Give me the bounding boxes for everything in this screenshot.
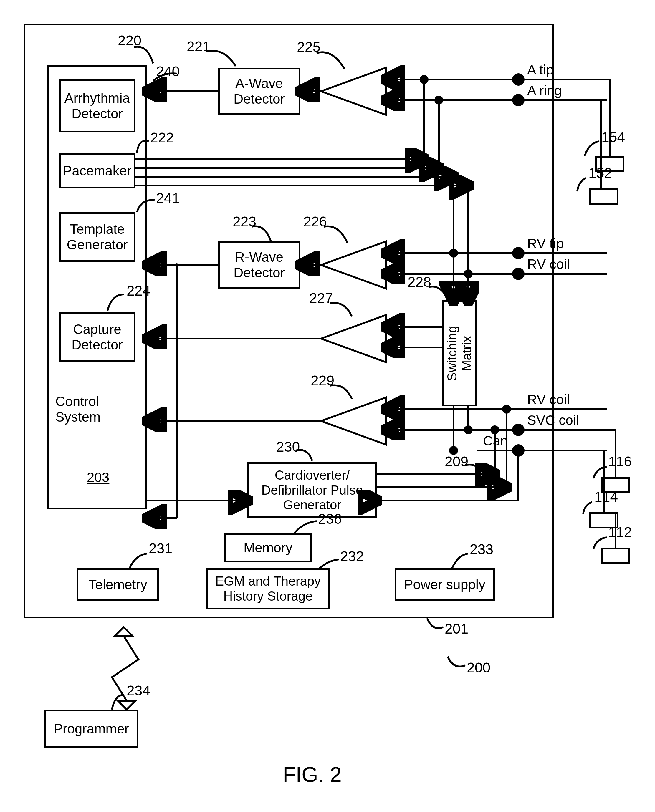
ref-152: 152 [589, 165, 612, 181]
r-wave-detector: R-Wave Detector [218, 241, 300, 289]
programmer-block: Programmer [44, 709, 138, 748]
ref-231: 231 [149, 540, 172, 556]
ref-225: 225 [297, 39, 320, 55]
ref-220: 220 [118, 32, 141, 49]
switching-label: Switching Matrix [445, 325, 474, 381]
ref-234: 234 [127, 683, 150, 698]
terminal-a-ring: A ring [527, 83, 562, 98]
cardio-label: Cardioverter/ Defibrillator Pulse Genera… [260, 466, 365, 514]
ext-block-112 [601, 548, 630, 564]
ref-154: 154 [601, 129, 625, 145]
ref-228: 228 [407, 274, 431, 290]
ref-221: 221 [187, 38, 210, 54]
ref-201: 201 [445, 621, 468, 637]
ref-241: 241 [156, 190, 180, 206]
ref-223: 223 [233, 213, 256, 230]
control-system-ref: 203 [87, 470, 109, 485]
a-wave-detector: A-Wave Detector [218, 68, 300, 115]
ref-200: 200 [467, 660, 490, 676]
programmer-label: Programmer [52, 719, 131, 738]
terminal-rv-coil-bot: RV coil [527, 391, 570, 407]
figure-label: FIG. 2 [283, 763, 341, 787]
ref-209: 209 [445, 453, 468, 470]
control-system-label: Control System [55, 394, 100, 425]
ref-236: 236 [318, 511, 341, 527]
ext-block-152 [589, 189, 618, 205]
ref-222: 222 [150, 129, 174, 146]
telemetry-label: Telemetry [86, 575, 149, 594]
arrhythmia-label: Arrhythmia Detector [63, 89, 132, 123]
egm-block: EGM and Therapy History Storage [206, 568, 330, 609]
template-generator: Template Generator [59, 212, 135, 262]
capture-label: Capture Detector [70, 320, 125, 355]
ref-240: 240 [156, 63, 180, 80]
ref-233: 233 [470, 541, 493, 557]
pacemaker-block: Pacemaker [59, 153, 135, 189]
power-supply-block: Power supply [395, 568, 495, 601]
terminal-a-tip: A tip [527, 62, 554, 78]
memory-label: Memory [242, 538, 294, 557]
ref-114: 114 [594, 489, 618, 505]
power-label: Power supply [402, 575, 487, 594]
ref-224: 224 [127, 282, 150, 299]
egm-label: EGM and Therapy History Storage [214, 572, 323, 605]
ref-116: 116 [608, 453, 632, 470]
ref-226: 226 [303, 213, 327, 230]
terminal-rv-coil-top: RV coil [527, 256, 570, 272]
rwave-label: R-Wave Detector [232, 248, 287, 282]
pacemaker-label: Pacemaker [61, 161, 134, 181]
ref-112: 112 [608, 524, 632, 540]
terminal-can: Can [483, 433, 508, 449]
ref-230: 230 [276, 439, 300, 455]
switching-matrix: Switching Matrix [442, 300, 477, 406]
terminal-rv-tip: RV tip [527, 236, 564, 252]
capture-detector: Capture Detector [59, 312, 135, 362]
ref-227: 227 [309, 290, 333, 306]
diagram-canvas: Control System 203 Arrhythmia Detector P… [0, 0, 655, 812]
template-label: Template Generator [65, 220, 129, 254]
svg-marker-73 [115, 627, 132, 636]
memory-block: Memory [224, 533, 312, 562]
telemetry-block: Telemetry [77, 568, 159, 601]
arrhythmia-detector: Arrhythmia Detector [59, 80, 135, 132]
cardioverter-defib: Cardioverter/ Defibrillator Pulse Genera… [248, 462, 377, 518]
ref-229: 229 [311, 373, 334, 388]
terminal-svc-coil: SVC coil [527, 412, 579, 428]
awave-label: A-Wave Detector [232, 74, 287, 109]
svg-marker-74 [118, 701, 135, 709]
ref-232: 232 [340, 548, 364, 564]
